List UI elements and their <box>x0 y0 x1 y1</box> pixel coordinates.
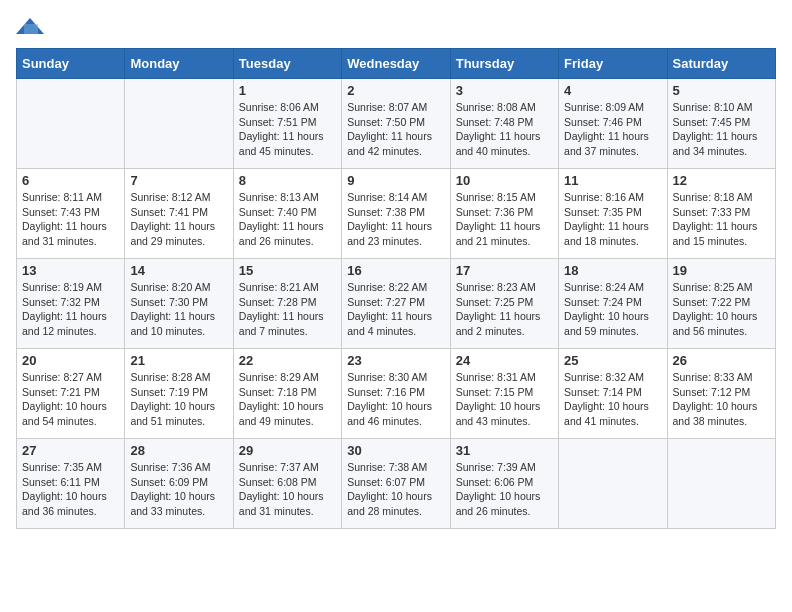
day-info: Sunrise: 8:16 AMSunset: 7:35 PMDaylight:… <box>564 190 661 249</box>
day-number: 23 <box>347 353 444 368</box>
day-number: 22 <box>239 353 336 368</box>
day-info: Sunrise: 7:35 AMSunset: 6:11 PMDaylight:… <box>22 460 119 519</box>
day-number: 10 <box>456 173 553 188</box>
day-info: Sunrise: 8:33 AMSunset: 7:12 PMDaylight:… <box>673 370 770 429</box>
calendar-week-2: 6Sunrise: 8:11 AMSunset: 7:43 PMDaylight… <box>17 169 776 259</box>
day-info: Sunrise: 8:13 AMSunset: 7:40 PMDaylight:… <box>239 190 336 249</box>
day-number: 4 <box>564 83 661 98</box>
calendar-cell: 9Sunrise: 8:14 AMSunset: 7:38 PMDaylight… <box>342 169 450 259</box>
weekday-header-sunday: Sunday <box>17 49 125 79</box>
logo <box>16 16 48 38</box>
calendar-cell: 24Sunrise: 8:31 AMSunset: 7:15 PMDayligh… <box>450 349 558 439</box>
calendar-cell: 2Sunrise: 8:07 AMSunset: 7:50 PMDaylight… <box>342 79 450 169</box>
svg-marker-1 <box>24 24 38 34</box>
calendar-cell: 25Sunrise: 8:32 AMSunset: 7:14 PMDayligh… <box>559 349 667 439</box>
calendar-cell: 15Sunrise: 8:21 AMSunset: 7:28 PMDayligh… <box>233 259 341 349</box>
calendar-cell: 12Sunrise: 8:18 AMSunset: 7:33 PMDayligh… <box>667 169 775 259</box>
day-number: 20 <box>22 353 119 368</box>
weekday-header-thursday: Thursday <box>450 49 558 79</box>
day-number: 12 <box>673 173 770 188</box>
calendar-cell: 14Sunrise: 8:20 AMSunset: 7:30 PMDayligh… <box>125 259 233 349</box>
day-info: Sunrise: 8:29 AMSunset: 7:18 PMDaylight:… <box>239 370 336 429</box>
day-number: 26 <box>673 353 770 368</box>
weekday-header-row: SundayMondayTuesdayWednesdayThursdayFrid… <box>17 49 776 79</box>
day-info: Sunrise: 8:15 AMSunset: 7:36 PMDaylight:… <box>456 190 553 249</box>
day-info: Sunrise: 8:07 AMSunset: 7:50 PMDaylight:… <box>347 100 444 159</box>
calendar-week-3: 13Sunrise: 8:19 AMSunset: 7:32 PMDayligh… <box>17 259 776 349</box>
calendar-cell: 7Sunrise: 8:12 AMSunset: 7:41 PMDaylight… <box>125 169 233 259</box>
day-number: 24 <box>456 353 553 368</box>
weekday-header-tuesday: Tuesday <box>233 49 341 79</box>
day-number: 18 <box>564 263 661 278</box>
calendar-cell: 17Sunrise: 8:23 AMSunset: 7:25 PMDayligh… <box>450 259 558 349</box>
calendar-cell: 27Sunrise: 7:35 AMSunset: 6:11 PMDayligh… <box>17 439 125 529</box>
day-number: 17 <box>456 263 553 278</box>
calendar-cell: 29Sunrise: 7:37 AMSunset: 6:08 PMDayligh… <box>233 439 341 529</box>
day-info: Sunrise: 8:28 AMSunset: 7:19 PMDaylight:… <box>130 370 227 429</box>
day-number: 9 <box>347 173 444 188</box>
day-info: Sunrise: 7:38 AMSunset: 6:07 PMDaylight:… <box>347 460 444 519</box>
calendar-cell: 18Sunrise: 8:24 AMSunset: 7:24 PMDayligh… <box>559 259 667 349</box>
weekday-header-saturday: Saturday <box>667 49 775 79</box>
day-number: 21 <box>130 353 227 368</box>
calendar-cell: 13Sunrise: 8:19 AMSunset: 7:32 PMDayligh… <box>17 259 125 349</box>
calendar-cell: 28Sunrise: 7:36 AMSunset: 6:09 PMDayligh… <box>125 439 233 529</box>
day-info: Sunrise: 8:23 AMSunset: 7:25 PMDaylight:… <box>456 280 553 339</box>
calendar-body: 1Sunrise: 8:06 AMSunset: 7:51 PMDaylight… <box>17 79 776 529</box>
day-info: Sunrise: 8:31 AMSunset: 7:15 PMDaylight:… <box>456 370 553 429</box>
day-number: 8 <box>239 173 336 188</box>
day-number: 15 <box>239 263 336 278</box>
day-info: Sunrise: 7:39 AMSunset: 6:06 PMDaylight:… <box>456 460 553 519</box>
day-number: 1 <box>239 83 336 98</box>
day-number: 5 <box>673 83 770 98</box>
weekday-header-wednesday: Wednesday <box>342 49 450 79</box>
day-number: 2 <box>347 83 444 98</box>
day-number: 7 <box>130 173 227 188</box>
day-number: 25 <box>564 353 661 368</box>
day-number: 14 <box>130 263 227 278</box>
day-info: Sunrise: 8:27 AMSunset: 7:21 PMDaylight:… <box>22 370 119 429</box>
day-info: Sunrise: 8:09 AMSunset: 7:46 PMDaylight:… <box>564 100 661 159</box>
calendar-cell: 23Sunrise: 8:30 AMSunset: 7:16 PMDayligh… <box>342 349 450 439</box>
day-info: Sunrise: 8:12 AMSunset: 7:41 PMDaylight:… <box>130 190 227 249</box>
day-number: 6 <box>22 173 119 188</box>
calendar-cell: 16Sunrise: 8:22 AMSunset: 7:27 PMDayligh… <box>342 259 450 349</box>
day-info: Sunrise: 8:22 AMSunset: 7:27 PMDaylight:… <box>347 280 444 339</box>
calendar-cell: 5Sunrise: 8:10 AMSunset: 7:45 PMDaylight… <box>667 79 775 169</box>
day-info: Sunrise: 8:25 AMSunset: 7:22 PMDaylight:… <box>673 280 770 339</box>
calendar-cell: 26Sunrise: 8:33 AMSunset: 7:12 PMDayligh… <box>667 349 775 439</box>
calendar-cell: 8Sunrise: 8:13 AMSunset: 7:40 PMDaylight… <box>233 169 341 259</box>
day-number: 30 <box>347 443 444 458</box>
calendar-cell: 6Sunrise: 8:11 AMSunset: 7:43 PMDaylight… <box>17 169 125 259</box>
calendar-week-4: 20Sunrise: 8:27 AMSunset: 7:21 PMDayligh… <box>17 349 776 439</box>
day-info: Sunrise: 8:20 AMSunset: 7:30 PMDaylight:… <box>130 280 227 339</box>
day-number: 11 <box>564 173 661 188</box>
day-info: Sunrise: 8:08 AMSunset: 7:48 PMDaylight:… <box>456 100 553 159</box>
logo-icon <box>16 16 44 38</box>
calendar-cell: 20Sunrise: 8:27 AMSunset: 7:21 PMDayligh… <box>17 349 125 439</box>
calendar-cell: 30Sunrise: 7:38 AMSunset: 6:07 PMDayligh… <box>342 439 450 529</box>
day-info: Sunrise: 8:11 AMSunset: 7:43 PMDaylight:… <box>22 190 119 249</box>
day-info: Sunrise: 8:18 AMSunset: 7:33 PMDaylight:… <box>673 190 770 249</box>
calendar-cell: 21Sunrise: 8:28 AMSunset: 7:19 PMDayligh… <box>125 349 233 439</box>
calendar-cell: 11Sunrise: 8:16 AMSunset: 7:35 PMDayligh… <box>559 169 667 259</box>
day-info: Sunrise: 8:30 AMSunset: 7:16 PMDaylight:… <box>347 370 444 429</box>
day-info: Sunrise: 8:10 AMSunset: 7:45 PMDaylight:… <box>673 100 770 159</box>
calendar-table: SundayMondayTuesdayWednesdayThursdayFrid… <box>16 48 776 529</box>
day-number: 3 <box>456 83 553 98</box>
calendar-cell: 3Sunrise: 8:08 AMSunset: 7:48 PMDaylight… <box>450 79 558 169</box>
calendar-cell <box>17 79 125 169</box>
day-info: Sunrise: 8:32 AMSunset: 7:14 PMDaylight:… <box>564 370 661 429</box>
calendar-cell: 10Sunrise: 8:15 AMSunset: 7:36 PMDayligh… <box>450 169 558 259</box>
calendar-cell: 1Sunrise: 8:06 AMSunset: 7:51 PMDaylight… <box>233 79 341 169</box>
calendar-cell: 19Sunrise: 8:25 AMSunset: 7:22 PMDayligh… <box>667 259 775 349</box>
day-info: Sunrise: 8:14 AMSunset: 7:38 PMDaylight:… <box>347 190 444 249</box>
day-info: Sunrise: 7:36 AMSunset: 6:09 PMDaylight:… <box>130 460 227 519</box>
calendar-week-1: 1Sunrise: 8:06 AMSunset: 7:51 PMDaylight… <box>17 79 776 169</box>
day-number: 13 <box>22 263 119 278</box>
day-info: Sunrise: 7:37 AMSunset: 6:08 PMDaylight:… <box>239 460 336 519</box>
day-info: Sunrise: 8:19 AMSunset: 7:32 PMDaylight:… <box>22 280 119 339</box>
day-number: 19 <box>673 263 770 278</box>
calendar-week-5: 27Sunrise: 7:35 AMSunset: 6:11 PMDayligh… <box>17 439 776 529</box>
calendar-cell <box>667 439 775 529</box>
